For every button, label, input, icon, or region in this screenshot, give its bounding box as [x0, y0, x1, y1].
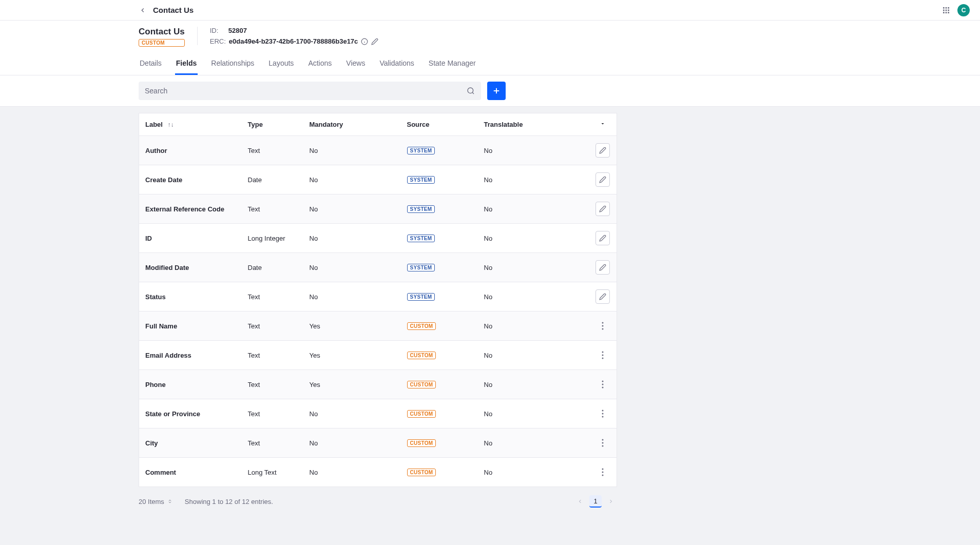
search-icon	[467, 87, 475, 95]
row-more-button[interactable]	[595, 465, 610, 479]
col-mandatory[interactable]: Mandatory	[303, 113, 401, 136]
apps-menu-button[interactable]	[942, 6, 950, 14]
content: Label ↑↓ Type Mandatory Source Translata…	[0, 107, 980, 545]
table-row[interactable]: Email AddressTextYesCUSTOMNo	[139, 341, 617, 370]
svg-point-20	[602, 355, 604, 356]
table-row[interactable]: Modified DateDateNoSYSTEMNo	[139, 253, 617, 282]
cell-source: SYSTEM	[401, 253, 478, 282]
search-input[interactable]	[145, 87, 467, 95]
col-type-text: Type	[248, 121, 263, 128]
meta-erc-label: ERC:	[210, 37, 226, 45]
col-translatable[interactable]: Translatable	[478, 113, 589, 136]
vertical-dots-icon	[602, 351, 604, 359]
cell-translatable: No	[478, 341, 589, 370]
cell-actions	[589, 399, 617, 429]
cell-actions	[589, 429, 617, 458]
table-row[interactable]: CityTextNoCUSTOMNo	[139, 429, 617, 458]
row-more-button[interactable]	[595, 436, 610, 450]
cell-translatable: No	[478, 399, 589, 429]
col-source[interactable]: Source	[401, 113, 478, 136]
svg-rect-2	[948, 7, 949, 9]
cell-type: Text	[242, 282, 303, 312]
tab-state-manager[interactable]: State Manager	[428, 54, 477, 75]
tab-relationships[interactable]: Relationships	[210, 54, 255, 75]
pencil-icon	[599, 293, 606, 300]
edit-row-button[interactable]	[595, 289, 610, 304]
row-more-button[interactable]	[595, 377, 610, 392]
svg-line-13	[472, 92, 474, 94]
table-row[interactable]: IDLong IntegerNoSYSTEMNo	[139, 224, 617, 253]
table-header: Label ↑↓ Type Mandatory Source Translata…	[139, 113, 617, 136]
tab-validations[interactable]: Validations	[378, 54, 415, 75]
table-row[interactable]: State or ProvinceTextNoCUSTOMNo	[139, 399, 617, 429]
svg-point-31	[602, 469, 604, 470]
prev-page-button[interactable]	[574, 495, 586, 508]
meta-erc-row: ERC: e0da49e4-b237-42b6-1700-788886b3e17…	[210, 37, 379, 45]
tab-layouts[interactable]: Layouts	[267, 54, 295, 75]
col-actions[interactable]	[589, 113, 617, 136]
cell-label: State or Province	[139, 399, 242, 429]
cell-label: ID	[139, 224, 242, 253]
cell-source: CUSTOM	[401, 429, 478, 458]
svg-point-16	[602, 322, 604, 324]
table-row[interactable]: Full NameTextYesCUSTOMNo	[139, 312, 617, 341]
svg-point-32	[602, 472, 604, 473]
row-more-button[interactable]	[595, 319, 610, 333]
col-translatable-text: Translatable	[484, 121, 523, 128]
vertical-dots-icon	[602, 468, 604, 476]
info-button[interactable]	[361, 38, 368, 45]
edit-row-button[interactable]	[595, 231, 610, 245]
custom-badge: CUSTOM	[407, 322, 436, 330]
cell-source: SYSTEM	[401, 136, 478, 165]
tab-fields[interactable]: Fields	[175, 54, 198, 75]
cell-translatable: No	[478, 136, 589, 165]
add-field-button[interactable]	[487, 82, 506, 100]
table-row[interactable]: CommentLong TextNoCUSTOMNo	[139, 458, 617, 487]
table-row[interactable]: StatusTextNoSYSTEMNo	[139, 282, 617, 312]
edit-row-button[interactable]	[595, 172, 610, 187]
row-more-button[interactable]	[595, 406, 610, 421]
edit-row-button[interactable]	[595, 202, 610, 216]
col-label[interactable]: Label ↑↓	[139, 113, 242, 136]
svg-point-17	[602, 325, 604, 327]
meta-erc-value: e0da49e4-b237-42b6-1700-788886b3e17c	[229, 37, 358, 45]
next-page-button[interactable]	[605, 495, 617, 508]
pencil-icon	[599, 235, 606, 242]
avatar[interactable]: C	[957, 4, 970, 16]
cell-actions	[589, 224, 617, 253]
edit-erc-button[interactable]	[371, 38, 378, 45]
table-row[interactable]: Create DateDateNoSYSTEMNo	[139, 165, 617, 194]
cell-actions	[589, 194, 617, 224]
table-row[interactable]: AuthorTextNoSYSTEMNo	[139, 136, 617, 165]
page-size-selector[interactable]: 20 Items	[139, 498, 172, 505]
svg-rect-7	[946, 12, 947, 13]
caret-down-icon	[600, 121, 606, 127]
svg-point-26	[602, 413, 604, 415]
cell-source: SYSTEM	[401, 165, 478, 194]
tab-views[interactable]: Views	[345, 54, 366, 75]
header-title-col: Contact Us CUSTOM	[139, 27, 185, 47]
cell-translatable: No	[478, 194, 589, 224]
table-row[interactable]: PhoneTextYesCUSTOMNo	[139, 370, 617, 399]
row-more-button[interactable]	[595, 348, 610, 362]
edit-row-button[interactable]	[595, 260, 610, 275]
cell-actions	[589, 312, 617, 341]
back-button[interactable]	[139, 6, 147, 14]
cell-label: City	[139, 429, 242, 458]
table-row[interactable]: External Reference CodeTextNoSYSTEMNo	[139, 194, 617, 224]
cell-source: CUSTOM	[401, 341, 478, 370]
page-1-button[interactable]: 1	[589, 495, 602, 508]
cell-mandatory: No	[303, 253, 401, 282]
svg-point-21	[602, 358, 604, 359]
col-type[interactable]: Type	[242, 113, 303, 136]
svg-rect-3	[943, 9, 945, 11]
custom-badge: CUSTOM	[407, 439, 436, 447]
edit-row-button[interactable]	[595, 143, 610, 158]
svg-point-18	[602, 328, 604, 330]
tab-details[interactable]: Details	[139, 54, 163, 75]
pagination: 1	[574, 495, 617, 508]
cell-label: Modified Date	[139, 253, 242, 282]
svg-point-24	[602, 387, 604, 388]
tab-actions[interactable]: Actions	[307, 54, 333, 75]
chevron-right-icon	[608, 498, 614, 504]
